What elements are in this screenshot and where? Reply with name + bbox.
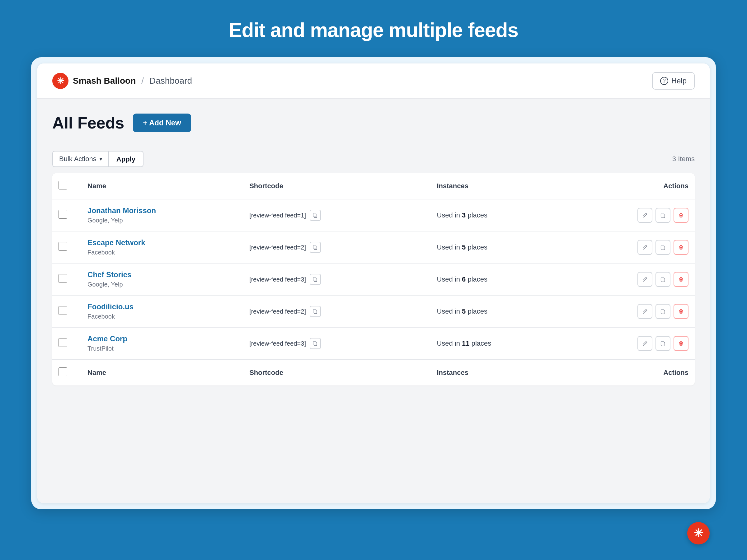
edit-btn-0[interactable]	[638, 208, 652, 223]
help-label: Help	[671, 77, 687, 85]
duplicate-btn-3[interactable]	[655, 304, 670, 319]
items-count: 3 Items	[672, 155, 695, 163]
help-button[interactable]: ? Help	[652, 72, 695, 89]
feed-source-4: TrustPilot	[87, 345, 113, 352]
feed-name-link-3[interactable]: Foodilicio.us	[87, 302, 237, 311]
edit-btn-3[interactable]	[638, 304, 652, 319]
content-area: All Feeds + Add New Bulk Actions ▾ Apply…	[37, 99, 710, 503]
row-name-cell-3: Foodilicio.us Facebook	[81, 296, 243, 328]
table-row: Jonathan Morisson Google, Yelp [review-f…	[52, 199, 695, 232]
row-checkbox-2[interactable]	[58, 274, 67, 283]
svg-rect-13	[313, 310, 316, 313]
select-all-checkbox[interactable]	[58, 181, 67, 189]
svg-rect-3	[661, 213, 664, 217]
footer-badge: ✳	[687, 522, 710, 544]
svg-rect-11	[661, 277, 664, 281]
brand-logo: ✳	[52, 73, 69, 89]
row-name-cell-1: Escape Network Facebook	[81, 232, 243, 264]
footer-select-all-checkbox[interactable]	[58, 367, 67, 376]
copy-shortcode-btn-2[interactable]	[310, 274, 321, 285]
footer-name-cell: Name	[81, 359, 243, 385]
row-actions-cell-3	[584, 296, 695, 328]
feed-name-link-2[interactable]: Chef Stories	[87, 270, 237, 279]
svg-rect-5	[313, 245, 316, 249]
footer-check-cell	[52, 359, 81, 385]
row-checkbox-1[interactable]	[58, 242, 67, 251]
instances-text-0: Used in 3 places	[437, 211, 487, 219]
table-row: Escape Network Facebook [review-feed fee…	[52, 232, 695, 264]
row-check-cell-4	[52, 328, 81, 360]
duplicate-btn-4[interactable]	[655, 336, 670, 351]
bulk-actions-dropdown[interactable]: Bulk Actions ▾	[52, 151, 109, 167]
row-checkbox-4[interactable]	[58, 338, 67, 347]
duplicate-btn-2[interactable]	[655, 272, 670, 287]
row-checkbox-3[interactable]	[58, 306, 67, 315]
toolbar: Bulk Actions ▾ Apply 3 Items	[52, 145, 695, 173]
row-instances-cell-0: Used in 3 places	[431, 199, 584, 232]
feed-name-link-1[interactable]: Escape Network	[87, 238, 237, 247]
feeds-table: Name Shortcode Instances Actions Jonatha…	[52, 173, 695, 385]
row-shortcode-cell-2: [review-feed feed=3]	[243, 264, 431, 296]
chevron-down-icon: ▾	[100, 156, 102, 162]
shortcode-text-2: [review-feed feed=3]	[249, 276, 306, 283]
page-title: Edit and manage multiple feeds	[0, 19, 747, 42]
main-card: ✳ Smash Balloon / Dashboard ? Help All F…	[37, 63, 710, 503]
row-check-cell-0	[52, 199, 81, 232]
col-header-check	[52, 173, 81, 199]
copy-shortcode-btn-4[interactable]	[310, 338, 321, 349]
feed-name-link-4[interactable]: Acme Corp	[87, 335, 237, 343]
svg-rect-9	[313, 277, 316, 281]
instances-text-2: Used in 6 places	[437, 275, 487, 283]
feed-source-0: Google, Yelp	[87, 217, 123, 224]
add-new-button[interactable]: + Add New	[133, 113, 191, 132]
table-header-row: Name Shortcode Instances Actions	[52, 173, 695, 199]
apply-button[interactable]: Apply	[109, 151, 144, 167]
app-header: ✳ Smash Balloon / Dashboard ? Help	[37, 63, 710, 99]
table-row: Chef Stories Google, Yelp [review-feed f…	[52, 264, 695, 296]
row-actions-cell-0	[584, 199, 695, 232]
toolbar-left: Bulk Actions ▾ Apply	[52, 151, 144, 167]
breadcrumb-separator: /	[141, 76, 144, 86]
col-header-name: Name	[81, 173, 243, 199]
row-check-cell-3	[52, 296, 81, 328]
duplicate-btn-1[interactable]	[655, 240, 670, 255]
bulk-actions-label: Bulk Actions	[59, 155, 97, 163]
delete-btn-1[interactable]	[673, 240, 689, 255]
table-row: Acme Corp TrustPilot [review-feed feed=3…	[52, 328, 695, 360]
feeds-header: All Feeds + Add New	[52, 113, 695, 132]
delete-btn-3[interactable]	[673, 304, 689, 319]
col-header-instances: Instances	[431, 173, 584, 199]
row-actions-cell-2	[584, 264, 695, 296]
delete-btn-0[interactable]	[673, 208, 689, 223]
shortcode-text-0: [review-feed feed=1]	[249, 212, 306, 219]
delete-btn-2[interactable]	[673, 272, 689, 287]
footer-shortcode-cell: Shortcode	[243, 359, 431, 385]
help-icon: ?	[660, 77, 668, 85]
edit-btn-2[interactable]	[638, 272, 652, 287]
row-check-cell-2	[52, 264, 81, 296]
table-row: Foodilicio.us Facebook [review-feed feed…	[52, 296, 695, 328]
copy-shortcode-btn-0[interactable]	[310, 210, 321, 221]
copy-shortcode-btn-1[interactable]	[310, 242, 321, 253]
row-check-cell-1	[52, 232, 81, 264]
row-name-cell-2: Chef Stories Google, Yelp	[81, 264, 243, 296]
duplicate-btn-0[interactable]	[655, 208, 670, 223]
row-actions-cell-4	[584, 328, 695, 360]
col-header-shortcode: Shortcode	[243, 173, 431, 199]
svg-rect-19	[661, 342, 664, 345]
footer-actions-cell: Actions	[584, 359, 695, 385]
instances-text-4: Used in 11 places	[437, 340, 491, 347]
edit-btn-4[interactable]	[638, 336, 652, 351]
row-shortcode-cell-4: [review-feed feed=3]	[243, 328, 431, 360]
feed-name-link-0[interactable]: Jonathan Morisson	[87, 206, 237, 215]
shortcode-text-3: [review-feed feed=2]	[249, 308, 306, 315]
row-name-cell-4: Acme Corp TrustPilot	[81, 328, 243, 360]
shortcode-text-4: [review-feed feed=3]	[249, 340, 306, 347]
row-actions-cell-1	[584, 232, 695, 264]
delete-btn-4[interactable]	[673, 336, 689, 351]
breadcrumb-current: Dashboard	[149, 76, 192, 86]
svg-rect-17	[313, 342, 316, 345]
row-checkbox-0[interactable]	[58, 210, 67, 219]
copy-shortcode-btn-3[interactable]	[310, 306, 321, 317]
edit-btn-1[interactable]	[638, 240, 652, 255]
